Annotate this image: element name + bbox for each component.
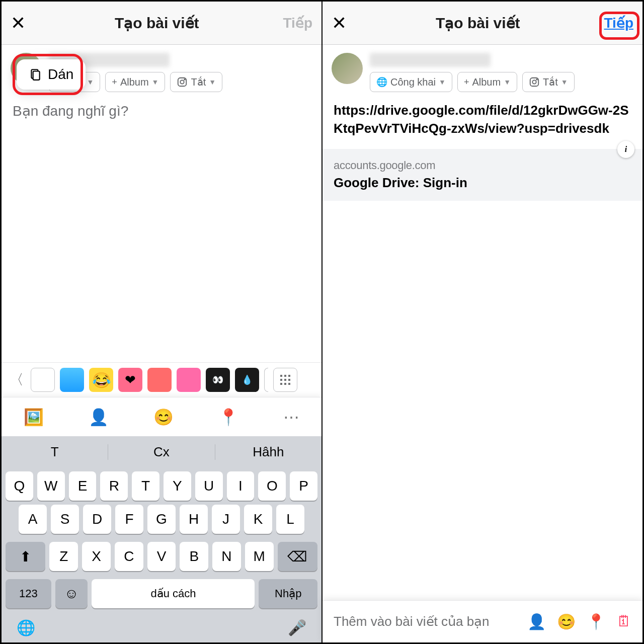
emoji-key[interactable]: ☺: [55, 579, 88, 608]
tag-friends-icon[interactable]: 👤: [89, 408, 109, 427]
numbers-key[interactable]: 123: [6, 579, 51, 608]
close-icon[interactable]: ✕: [11, 13, 31, 34]
key-l[interactable]: L: [276, 505, 304, 534]
more-icon[interactable]: ⋯: [283, 408, 299, 427]
key-p[interactable]: P: [290, 471, 317, 501]
suggestion-3[interactable]: Hâhh: [215, 444, 321, 460]
key-x[interactable]: X: [82, 542, 111, 571]
bg-option-laugh[interactable]: 😂: [89, 368, 113, 392]
space-key[interactable]: dấu cách: [92, 579, 255, 608]
key-q[interactable]: Q: [6, 471, 33, 501]
header: ✕ Tạo bài viết Tiếp: [2, 2, 321, 45]
key-e[interactable]: E: [69, 471, 97, 501]
suggestion-1[interactable]: T: [2, 444, 108, 460]
key-n[interactable]: N: [212, 542, 241, 571]
svg-rect-7: [288, 375, 290, 377]
key-m[interactable]: M: [245, 542, 274, 571]
privacy-chip[interactable]: 🌐 Công khai ▼: [370, 72, 452, 92]
key-r[interactable]: R: [100, 471, 128, 501]
next-button[interactable]: Tiếp: [283, 15, 312, 31]
bg-grid-button[interactable]: [273, 368, 297, 392]
key-k[interactable]: K: [244, 505, 272, 534]
album-chip[interactable]: + Album ▼: [457, 72, 517, 92]
post-textarea[interactable]: https://drive.google.com/file/d/12gkrDwG…: [323, 96, 642, 143]
album-chip[interactable]: + Album ▼: [105, 72, 165, 92]
bg-option-none[interactable]: [31, 368, 55, 392]
location-icon[interactable]: 📍: [218, 408, 238, 427]
key-b[interactable]: B: [180, 542, 208, 571]
svg-rect-12: [284, 383, 286, 385]
svg-rect-11: [280, 383, 282, 385]
post-textarea[interactable]: Bạn đang nghĩ gì?: [2, 96, 321, 126]
gif-icon[interactable]: 🗓: [616, 613, 631, 630]
tag-friends-icon[interactable]: 👤: [527, 613, 546, 630]
key-g[interactable]: G: [147, 505, 176, 534]
bg-option-heart[interactable]: ❤: [118, 368, 142, 392]
avatar[interactable]: [332, 53, 363, 84]
info-icon[interactable]: i: [617, 141, 634, 158]
chevron-down-icon: ▼: [561, 78, 568, 86]
key-o[interactable]: O: [258, 471, 286, 501]
key-i[interactable]: I: [227, 471, 255, 501]
suggestion-row: T Cx Hâhh: [2, 436, 321, 467]
link-preview-domain: accounts.google.com: [334, 159, 631, 172]
paste-popover[interactable]: Dán: [17, 59, 86, 90]
next-button[interactable]: Tiếp: [604, 15, 633, 31]
bg-option-blue[interactable]: [60, 368, 84, 392]
page-title: Tạo bài viết: [31, 14, 283, 32]
backspace-key[interactable]: ⌫: [278, 542, 317, 571]
key-f[interactable]: F: [115, 505, 143, 534]
username-blurred: [370, 53, 491, 67]
key-w[interactable]: W: [37, 471, 65, 501]
key-z[interactable]: Z: [49, 542, 78, 571]
svg-rect-10: [288, 379, 290, 381]
bg-option-eyes[interactable]: 👀: [206, 368, 230, 392]
post-placeholder: Bạn đang nghĩ gì?: [13, 103, 128, 119]
instagram-icon: [177, 76, 188, 88]
mic-icon[interactable]: 🎤: [288, 619, 306, 636]
page-title: Tạo bài viết: [352, 14, 604, 32]
globe-icon[interactable]: 🌐: [17, 619, 35, 636]
link-preview-title: Google Drive: Sign-in: [334, 175, 631, 191]
plus-icon: +: [464, 77, 469, 88]
location-icon[interactable]: 📍: [587, 613, 605, 630]
feeling-icon[interactable]: 😊: [557, 613, 576, 630]
plus-icon: +: [112, 77, 117, 88]
left-screenshot: ✕ Tạo bài viết Tiếp ng khai ▼ + Album ▼ …: [0, 0, 322, 644]
instagram-label: Tắt: [543, 76, 558, 88]
grid-icon: [280, 375, 290, 385]
bg-option-red[interactable]: [147, 368, 172, 392]
key-j[interactable]: J: [212, 505, 240, 534]
instagram-chip[interactable]: Tắt ▼: [170, 72, 222, 92]
key-t[interactable]: T: [132, 471, 159, 501]
key-d[interactable]: D: [83, 505, 111, 534]
suggestion-2[interactable]: Cx: [108, 444, 215, 460]
key-y[interactable]: Y: [164, 471, 191, 501]
add-to-post-bar[interactable]: Thêm vào bài viết của bạn 👤 😊 📍 🗓: [323, 600, 642, 642]
attachment-bar: 🖼️ 👤 😊 📍 ⋯: [2, 397, 321, 436]
feeling-icon[interactable]: 😊: [153, 408, 174, 427]
key-h[interactable]: H: [180, 505, 208, 534]
shift-key[interactable]: ⬆: [6, 542, 45, 571]
instagram-chip[interactable]: Tắt ▼: [522, 72, 575, 92]
keyboard: T Cx Hâhh Q W E R T Y U I O P A S D F G …: [2, 436, 321, 642]
svg-rect-8: [280, 379, 282, 381]
key-s[interactable]: S: [51, 505, 79, 534]
bg-option-drops[interactable]: 💧: [235, 368, 259, 392]
close-icon[interactable]: ✕: [332, 13, 352, 34]
photo-icon[interactable]: 🖼️: [24, 408, 44, 427]
bg-prev-icon[interactable]: 〈: [8, 370, 26, 389]
key-u[interactable]: U: [195, 471, 223, 501]
key-c[interactable]: C: [115, 542, 143, 571]
link-preview-card[interactable]: i accounts.google.com Google Drive: Sign…: [323, 149, 642, 201]
enter-key[interactable]: Nhập: [259, 579, 317, 608]
header: ✕ Tạo bài viết Tiếp: [323, 2, 642, 45]
paste-label: Dán: [48, 66, 73, 83]
bg-option-pink[interactable]: [177, 368, 201, 392]
composer-meta: 🌐 Công khai ▼ + Album ▼ Tắt ▼: [323, 45, 642, 96]
background-picker: 〈 😂 ❤ 👀 💧: [2, 362, 321, 397]
chevron-down-icon: ▼: [152, 78, 159, 86]
key-v[interactable]: V: [147, 542, 176, 571]
key-row-4: 123 ☺ dấu cách Nhập: [2, 575, 321, 612]
key-a[interactable]: A: [19, 505, 47, 534]
